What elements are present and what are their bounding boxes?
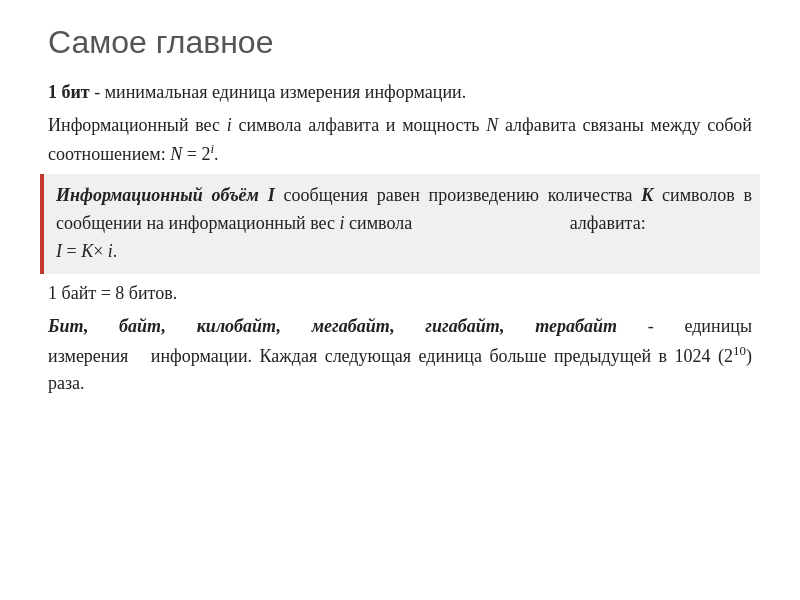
italic-i-2: i	[340, 213, 345, 233]
superscript-i: i	[210, 141, 214, 156]
formula-I: I	[56, 241, 62, 261]
page: Самое главное 1 бит - минимальная единиц…	[0, 0, 800, 600]
formula-i-3: i	[108, 241, 113, 261]
formula-K: K	[81, 241, 93, 261]
page-title: Самое главное	[48, 24, 760, 61]
section-info-weight: Информационный вес i символа алфавита и …	[40, 112, 760, 168]
bold-bit: 1 бит	[48, 82, 90, 102]
section-units: Бит, байт, килобайт, мегабайт, гигабайт,…	[40, 313, 760, 399]
italic-i-1: i	[227, 115, 232, 135]
bold-K: K	[641, 185, 653, 205]
section-info-volume: Информационный объём I сообщения равен п…	[40, 174, 760, 274]
italic-N: N	[486, 115, 498, 135]
section-byte: 1 байт = 8 битов.	[40, 280, 760, 307]
bold-info-volume: Информационный объём I	[56, 185, 275, 205]
superscript-10: 10	[733, 343, 746, 358]
bold-units: Бит, байт, килобайт, мегабайт, гигабайт,…	[48, 316, 617, 336]
formula-N: N	[170, 144, 182, 164]
section-bit-definition: 1 бит - минимальная единица измерения ин…	[40, 79, 760, 106]
